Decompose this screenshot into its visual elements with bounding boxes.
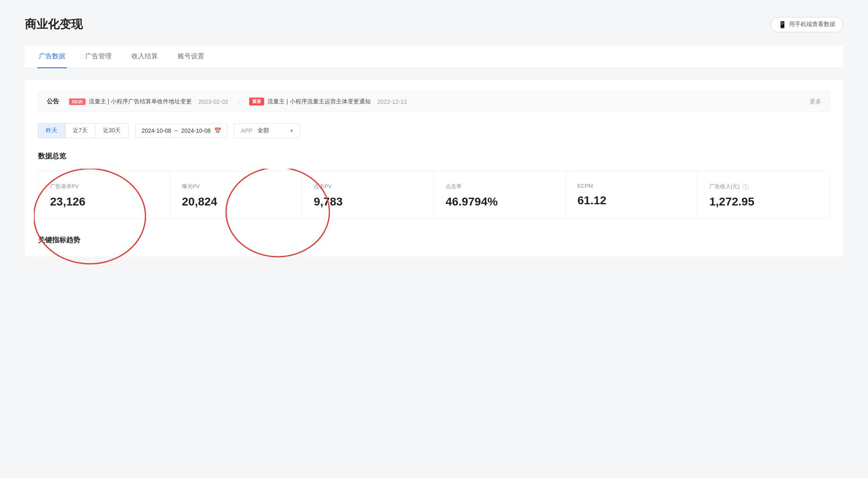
- date-start: 2024-10-08: [141, 127, 171, 134]
- badge-new: NEW: [69, 98, 86, 105]
- time-button-group: 昨天 近7天 近30天: [38, 123, 129, 138]
- time-btn-yesterday[interactable]: 昨天: [38, 123, 65, 138]
- app-filter-label: APP: [241, 127, 253, 134]
- announcement-text-2: 流量主 | 小程序流量主运营主体变更通知: [267, 98, 370, 105]
- stat-revenue: 广告收入(元) ℹ 1,272.95: [698, 171, 830, 218]
- stat-ad-request-label: 广告请求PV: [50, 183, 158, 190]
- date-separator: ~: [174, 127, 178, 134]
- announcement-item-1: NEW 流量主 | 小程序广告结算单收件地址变更 2023-02-02: [69, 98, 228, 105]
- stat-impression-label: 曝光PV: [182, 183, 290, 190]
- key-metrics-title: 关键指标趋势: [38, 235, 830, 245]
- stats-section-title: 数据总览: [38, 151, 830, 161]
- stat-ecpm-label: ECPM: [577, 183, 686, 189]
- header: 商业化变现 📱 用手机端查看数据: [25, 17, 843, 32]
- announcement-more[interactable]: 更多: [810, 98, 821, 105]
- announcement-item-2: 重要 流量主 | 小程序流量主运营主体变更通知 2022-12-13: [249, 98, 407, 105]
- stat-ecpm: ECPM 61.12: [566, 171, 698, 218]
- announcement-text-1: 流量主 | 小程序广告结算单收件地址变更: [89, 98, 192, 105]
- app-filter-value: 全部: [258, 127, 269, 134]
- stat-click: 点击PV 9,783: [302, 171, 434, 218]
- stat-ad-request-value: 23,126: [50, 195, 158, 208]
- stats-section: 数据总览 广告请求PV 23,126 曝光PV 20,824 点击PV 9,78…: [38, 151, 830, 219]
- time-btn-30days[interactable]: 近30天: [95, 123, 129, 138]
- badge-important: 重要: [249, 98, 264, 105]
- mobile-btn-label: 用手机端查看数据: [789, 21, 835, 28]
- tab-income[interactable]: 收入结算: [130, 45, 160, 68]
- tab-account[interactable]: 账号设置: [176, 45, 206, 68]
- main-card: 公告 NEW 流量主 | 小程序广告结算单收件地址变更 2023-02-02 |…: [25, 80, 843, 256]
- stats-grid: 广告请求PV 23,126 曝光PV 20,824 点击PV 9,783 点击率…: [38, 171, 830, 219]
- date-end: 2024-10-08: [181, 127, 211, 134]
- tab-ad-mgmt[interactable]: 广告管理: [83, 45, 113, 68]
- filter-bar: 昨天 近7天 近30天 2024-10-08 ~ 2024-10-08 📅 AP…: [38, 123, 830, 138]
- announcement-bar: 公告 NEW 流量主 | 小程序广告结算单收件地址变更 2023-02-02 |…: [38, 91, 830, 112]
- stat-ctr: 点击率 46.9794%: [434, 171, 566, 218]
- announcement-date-2: 2022-12-13: [377, 98, 407, 105]
- stat-impression-value: 20,824: [182, 195, 290, 208]
- time-btn-7days[interactable]: 近7天: [65, 123, 95, 138]
- stat-revenue-label: 广告收入(元) ℹ: [709, 183, 818, 190]
- page-title: 商业化变现: [25, 17, 83, 32]
- tab-bar: 广告数据 广告管理 收入结算 账号设置: [25, 45, 843, 68]
- date-range-picker[interactable]: 2024-10-08 ~ 2024-10-08 📅: [135, 124, 227, 138]
- info-icon[interactable]: ℹ: [743, 184, 749, 190]
- stat-click-value: 9,783: [314, 195, 422, 208]
- stat-ctr-value: 46.9794%: [446, 195, 554, 208]
- calendar-icon: 📅: [214, 127, 221, 134]
- mobile-view-button[interactable]: 📱 用手机端查看数据: [770, 17, 843, 32]
- stat-impression: 曝光PV 20,824: [170, 171, 302, 218]
- stat-ctr-label: 点击率: [446, 183, 554, 190]
- stat-ecpm-value: 61.12: [577, 194, 686, 207]
- key-metrics-section: 关键指标趋势: [38, 235, 830, 245]
- announcement-label: 公告: [47, 98, 59, 105]
- stat-ad-request: 广告请求PV 23,126: [38, 171, 170, 218]
- app-selector[interactable]: APP 全部 ▾: [234, 123, 300, 138]
- tab-ad-data[interactable]: 广告数据: [37, 45, 67, 68]
- chevron-down-icon: ▾: [290, 127, 293, 134]
- announcement-divider: |: [238, 98, 240, 105]
- stat-click-label: 点击PV: [314, 183, 422, 190]
- phone-icon: 📱: [778, 21, 787, 29]
- stat-revenue-value: 1,272.95: [709, 195, 818, 208]
- page-wrapper: 商业化变现 📱 用手机端查看数据 广告数据 广告管理 收入结算 账号设置 公告 …: [0, 0, 868, 478]
- announcement-date-1: 2023-02-02: [198, 98, 228, 105]
